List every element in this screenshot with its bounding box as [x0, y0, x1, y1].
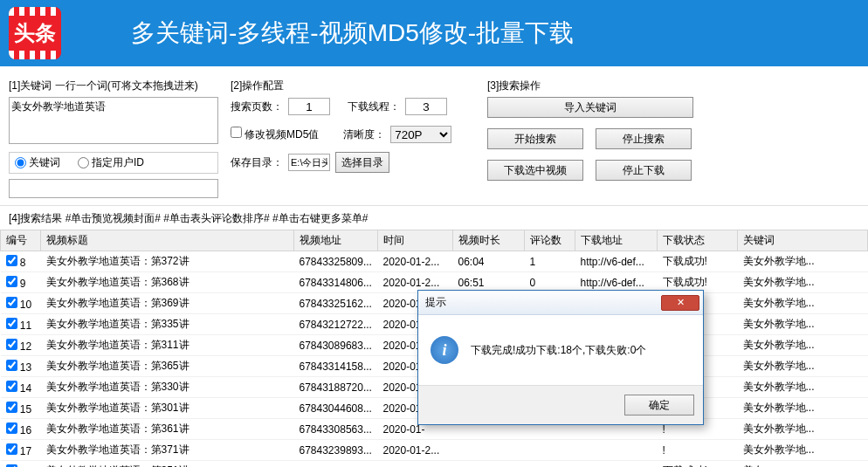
radio-keyword[interactable]: 关键词	[15, 155, 60, 170]
table-row[interactable]: 18美女外教学地道英语：第351讲67843251296...2020-01-2…	[1, 461, 868, 468]
mode-radio-group: 关键词 指定用户ID	[9, 152, 218, 174]
row-kw: 美女外教学地...	[738, 419, 868, 440]
keywords-textarea[interactable]: 美女外教学地道英语	[9, 97, 218, 144]
table-row[interactable]: 8美女外教学地道英语：第372讲67843325809...2020-01-2.…	[1, 251, 868, 272]
row-checkbox-cell[interactable]: 10	[1, 293, 41, 314]
control-panel: [1]关键词 一行一个词(可将文本拖拽进来) 美女外教学地道英语 关键词 指定用…	[0, 66, 868, 206]
row-kw: 美女外教学地...	[738, 356, 868, 377]
row-title: 美女外教学地道英语：第351讲	[41, 461, 294, 468]
col-kw[interactable]: 关键词	[738, 230, 868, 251]
stop-search-button[interactable]: 停止搜索	[596, 128, 692, 149]
row-title: 美女外教学地道英语：第372讲	[41, 251, 294, 272]
row-addr: 67843325809...	[294, 251, 378, 272]
row-time: 2020-01-2...	[378, 251, 453, 272]
row-cmt: 1	[525, 251, 575, 272]
col-dur[interactable]: 视频时长	[453, 230, 525, 251]
import-keywords-button[interactable]: 导入关键词	[487, 97, 693, 118]
section-operations: [3]搜索操作 导入关键词 开始搜索 停止搜索 下载选中视频 停止下载	[487, 79, 714, 198]
row-dl: http://v6-def...	[575, 251, 658, 272]
row-addr: 67843212722...	[294, 314, 378, 335]
app-title: 多关键词-多线程-视频MD5修改-批量下载	[131, 17, 574, 50]
table-row[interactable]: 17美女外教学地道英语：第371讲67843239893...2020-01-2…	[1, 440, 868, 461]
table-header-row[interactable]: 编号 视频标题 视频地址 时间 视频时长 评论数 下载地址 下载状态 关键词	[1, 230, 868, 251]
row-checkbox-cell[interactable]: 15	[1, 398, 41, 419]
clarity-select[interactable]: 720P	[390, 126, 451, 143]
row-kw: 美女外教学地...	[738, 440, 868, 461]
row-addr: 67843314806...	[294, 272, 378, 293]
pages-input[interactable]	[288, 98, 330, 115]
row-addr: 67843325162...	[294, 293, 378, 314]
row-checkbox-cell[interactable]: 14	[1, 377, 41, 398]
row-st: !	[658, 440, 738, 461]
row-dl	[575, 440, 658, 461]
dialog-message: 下载完成!成功下载:18个,下载失败:0个	[471, 343, 646, 358]
section-config-label: [2]操作配置	[231, 79, 475, 93]
row-checkbox-cell[interactable]: 18	[1, 461, 41, 468]
row-checkbox-cell[interactable]: 16	[1, 419, 41, 440]
col-time[interactable]: 时间	[378, 230, 453, 251]
row-kw: 美女	[738, 461, 868, 468]
col-dl[interactable]: 下载地址	[575, 230, 658, 251]
col-cmt[interactable]: 评论数	[525, 230, 575, 251]
row-dur	[453, 440, 525, 461]
section-config: [2]操作配置 搜索页数： 下载线程： 修改视频MD5值 清晰度： 720P 保…	[231, 79, 475, 198]
row-st: 下载成功!	[658, 461, 738, 468]
col-title[interactable]: 视频标题	[41, 230, 294, 251]
userid-input[interactable]	[9, 179, 218, 198]
download-selected-button[interactable]: 下载选中视频	[487, 160, 583, 181]
row-dur: 05:31	[453, 461, 525, 468]
col-addr[interactable]: 视频地址	[294, 230, 378, 251]
row-title: 美女外教学地道英语：第365讲	[41, 356, 294, 377]
row-checkbox-cell[interactable]: 8	[1, 251, 41, 272]
row-title: 美女外教学地道英语：第369讲	[41, 293, 294, 314]
stop-download-button[interactable]: 停止下载	[596, 160, 692, 181]
row-addr: 67843251296...	[294, 461, 378, 468]
row-title: 美女外教学地道英语：第301讲	[41, 398, 294, 419]
col-st[interactable]: 下载状态	[658, 230, 738, 251]
row-kw: 美女外教学地...	[738, 314, 868, 335]
radio-userid[interactable]: 指定用户ID	[78, 155, 144, 170]
result-label: [4]搜索结果 #单击预览视频封面# #单击表头评论数排序# #单击右键更多菜单…	[0, 206, 868, 230]
col-index[interactable]: 编号	[1, 230, 41, 251]
row-title: 美女外教学地道英语：第368讲	[41, 272, 294, 293]
row-addr: 67843188720...	[294, 377, 378, 398]
clarity-label: 清晰度：	[343, 127, 385, 142]
row-checkbox-cell[interactable]: 9	[1, 272, 41, 293]
dialog-ok-button[interactable]: 确定	[624, 395, 694, 415]
row-title: 美女外教学地道英语：第311讲	[41, 335, 294, 356]
start-search-button[interactable]: 开始搜索	[487, 128, 583, 149]
choose-dir-button[interactable]: 选择目录	[335, 152, 389, 173]
threads-input[interactable]	[405, 98, 447, 115]
row-kw: 美女外教学地...	[738, 377, 868, 398]
row-title: 美女外教学地道英语：第335讲	[41, 314, 294, 335]
app-header: 头条 多关键词-多线程-视频MD5修改-批量下载	[0, 0, 868, 66]
row-cmt	[525, 440, 575, 461]
dialog-title-text: 提示	[425, 295, 446, 310]
row-kw: 美女外教学地...	[738, 272, 868, 293]
save-path-input[interactable]	[288, 154, 330, 171]
dialog-close-button[interactable]: ✕	[661, 295, 699, 311]
row-addr: 67843308563...	[294, 419, 378, 440]
row-st: 下载成功!	[658, 251, 738, 272]
row-checkbox-cell[interactable]: 17	[1, 440, 41, 461]
section-keywords: [1]关键词 一行一个词(可将文本拖拽进来) 美女外教学地道英语 关键词 指定用…	[9, 79, 218, 198]
row-checkbox-cell[interactable]: 12	[1, 335, 41, 356]
close-icon: ✕	[677, 297, 685, 308]
save-label: 保存目录：	[231, 155, 283, 170]
row-checkbox-cell[interactable]: 11	[1, 314, 41, 335]
row-kw: 美女外教学地...	[738, 335, 868, 356]
row-dl: http://v3-def...	[575, 461, 658, 468]
row-addr: 67843314158...	[294, 356, 378, 377]
dialog-titlebar[interactable]: 提示 ✕	[418, 291, 703, 315]
row-title: 美女外教学地道英语：第330讲	[41, 377, 294, 398]
row-title: 美女外教学地道英语：第371讲	[41, 440, 294, 461]
pages-label: 搜索页数：	[231, 100, 283, 114]
md5-checkbox[interactable]: 修改视频MD5值	[231, 127, 319, 142]
row-kw: 美女外教学地...	[738, 293, 868, 314]
info-icon: i	[431, 336, 458, 364]
row-checkbox-cell[interactable]: 13	[1, 356, 41, 377]
row-time: 2020-01-2...	[378, 461, 453, 468]
row-kw: 美女外教学地...	[738, 251, 868, 272]
row-addr: 67843239893...	[294, 440, 378, 461]
row-time: 2020-01-2...	[378, 440, 453, 461]
